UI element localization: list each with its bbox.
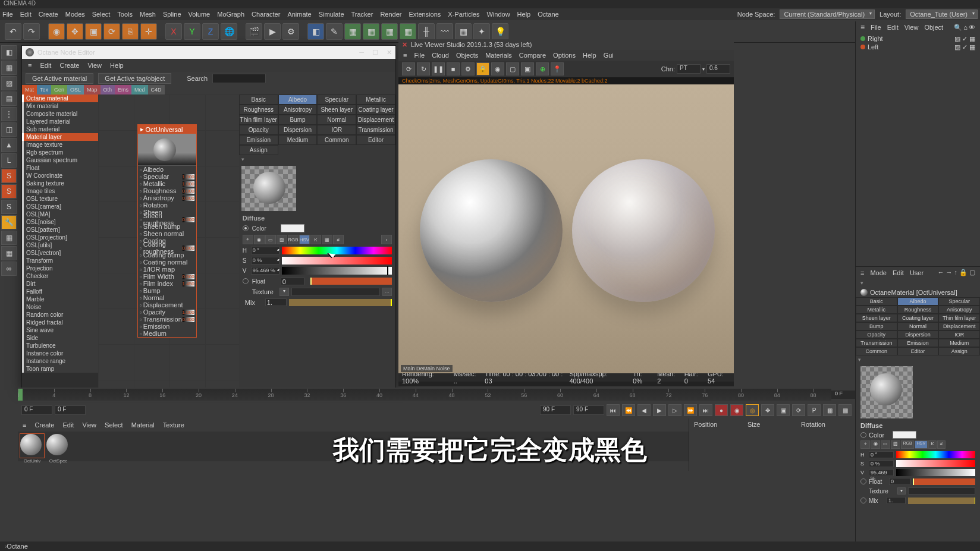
- om-home-icon[interactable]: ⌂: [963, 24, 968, 32]
- menu-extensions[interactable]: Extensions: [409, 11, 441, 18]
- node-list-item[interactable]: Falloff: [22, 288, 98, 295]
- texture-field[interactable]: [291, 288, 380, 296]
- attr-tab[interactable]: Anisotropy: [938, 306, 980, 314]
- node-port[interactable]: Specular1.000: [138, 173, 196, 180]
- world-button[interactable]: 🌐: [221, 23, 237, 40]
- k-icon[interactable]: K: [310, 235, 321, 244]
- minimize-button[interactable]: ─: [359, 49, 364, 56]
- next-frame[interactable]: ▷: [668, 404, 681, 416]
- node-graph[interactable]: OctUniversal AlbedoSpecular1.000Metallic…: [98, 95, 239, 388]
- chn-dropdown[interactable]: PT: [677, 64, 701, 74]
- goto-start[interactable]: ⏮: [607, 404, 620, 416]
- om-edit[interactable]: Edit: [887, 24, 899, 31]
- node-list-item[interactable]: OSL texture: [22, 195, 98, 203]
- node-port[interactable]: Rotation: [138, 201, 196, 209]
- node-list-item[interactable]: Octane material: [22, 95, 98, 102]
- goto-next-key[interactable]: ⏩: [684, 404, 697, 416]
- tab-ems[interactable]: Ems: [115, 85, 131, 95]
- node-port[interactable]: Sheen roughness0.000: [138, 216, 196, 223]
- scale-key[interactable]: ▣: [777, 404, 790, 416]
- quantize-mode[interactable]: ∞: [1, 262, 17, 276]
- attr-h-slider[interactable]: [896, 451, 975, 458]
- attr-spectrum-icon[interactable]: ▭: [881, 440, 890, 449]
- attr-tab[interactable]: Medium: [938, 339, 980, 347]
- uv-mode[interactable]: L: [1, 153, 17, 168]
- node-list-item[interactable]: Random color: [22, 311, 98, 319]
- vt-refresh[interactable]: ⟳: [402, 62, 415, 75]
- attr-swatch-icon[interactable]: ▨: [891, 440, 900, 449]
- tab-gen[interactable]: Gen: [51, 85, 67, 95]
- scale-button[interactable]: ▣: [85, 23, 102, 40]
- get-active-tag-button[interactable]: Get Active tag/object: [98, 73, 171, 84]
- menu-mesh[interactable]: Mesh: [140, 11, 156, 18]
- menu-animate[interactable]: Animate: [287, 11, 311, 18]
- node-list-item[interactable]: Mix material: [22, 102, 98, 110]
- hue-value[interactable]: 0 °: [251, 247, 279, 254]
- node-list-item[interactable]: Turbulence: [22, 342, 98, 350]
- node-list-item[interactable]: Sub material: [22, 125, 98, 133]
- ne-menu-ham[interactable]: ≡: [28, 62, 32, 69]
- prop-tab[interactable]: Transmission: [356, 125, 395, 135]
- chn-value[interactable]: 0.6: [706, 64, 730, 74]
- attr-v-slider[interactable]: [896, 469, 975, 476]
- octane-mode3[interactable]: S: [1, 200, 17, 214]
- node-port[interactable]: Film Width0.000: [138, 273, 196, 280]
- render-view[interactable]: Main DeMain Noise: [398, 84, 734, 373]
- ne-menu-edit[interactable]: Edit: [40, 62, 51, 69]
- attr-material-header[interactable]: OctaneMaterial [OctUniversal]: [856, 288, 980, 297]
- goto-end[interactable]: ⏭: [699, 404, 712, 416]
- param-key[interactable]: P: [808, 404, 821, 416]
- float-value[interactable]: 0: [281, 278, 304, 285]
- prop-tab[interactable]: Basic: [239, 95, 278, 105]
- rot-key[interactable]: ⟳: [792, 404, 805, 416]
- viewer-close[interactable]: ✕: [402, 41, 407, 49]
- attr-tab[interactable]: Specular: [938, 297, 980, 306]
- texture-mode[interactable]: ▨: [1, 76, 17, 90]
- node-port[interactable]: Coating normal: [138, 259, 196, 266]
- timeline-end[interactable]: 0 F: [831, 391, 855, 399]
- node-list-item[interactable]: W Coordinate: [22, 172, 98, 180]
- tab-oth[interactable]: Oth: [100, 85, 115, 95]
- pen-button[interactable]: ✎: [326, 23, 343, 40]
- menu-file[interactable]: File: [2, 11, 13, 18]
- tab-osl[interactable]: OSL: [67, 85, 84, 95]
- node-list-item[interactable]: Layered material: [22, 118, 98, 125]
- attr-tab[interactable]: Transmission: [856, 339, 897, 347]
- attr-k-icon[interactable]: K: [928, 440, 937, 449]
- float-radio[interactable]: [243, 278, 249, 284]
- attr-tab[interactable]: Opacity: [856, 330, 897, 339]
- am-mode[interactable]: Mode: [870, 269, 887, 276]
- tag-mode[interactable]: 🔧: [1, 215, 17, 229]
- om-view[interactable]: View: [904, 24, 919, 31]
- menu-window[interactable]: Window: [486, 11, 510, 18]
- node-list-item[interactable]: Ridged fractal: [22, 319, 98, 326]
- vm-compare[interactable]: Compare: [519, 52, 546, 59]
- om-object[interactable]: Object: [924, 24, 943, 31]
- camera-right[interactable]: Right▨ ✓ ▦: [860, 34, 975, 43]
- node-list-item[interactable]: OSL[utils]: [22, 241, 98, 249]
- prop-tab[interactable]: Specular: [317, 95, 356, 105]
- vt-lock[interactable]: 🔒: [476, 62, 489, 75]
- prop-tab[interactable]: Displacement: [356, 115, 395, 125]
- octane-mode2[interactable]: S: [1, 184, 17, 199]
- prop-tab[interactable]: Thin film layer: [239, 115, 278, 125]
- undo-button[interactable]: ↶: [5, 23, 21, 40]
- vt-pause[interactable]: ❚❚: [432, 62, 445, 75]
- node-list-item[interactable]: Sine wave: [22, 326, 98, 334]
- node-port[interactable]: Film index1.450: [138, 280, 196, 287]
- render-settings-button[interactable]: ⚙: [282, 23, 299, 40]
- redo-button[interactable]: ↷: [23, 23, 40, 40]
- vm-cloud[interactable]: Cloud: [432, 52, 449, 59]
- layout-dropdown[interactable]: Octane_Tute (User): [906, 10, 978, 19]
- vm-objects[interactable]: Objects: [456, 52, 478, 59]
- tool-button[interactable]: ⎘: [122, 23, 139, 40]
- prev-frame[interactable]: ◀: [637, 404, 651, 416]
- close-button[interactable]: ✕: [387, 49, 392, 56]
- attr-tab[interactable]: Assign: [938, 347, 980, 355]
- am-lock-icon[interactable]: 🔒: [959, 269, 968, 276]
- search-input[interactable]: [212, 74, 266, 83]
- swatch-icon[interactable]: ▨: [277, 235, 287, 244]
- edge-mode[interactable]: ◫: [1, 122, 17, 137]
- attr-tab[interactable]: Metallic: [856, 306, 897, 314]
- mm-select[interactable]: Select: [105, 421, 123, 429]
